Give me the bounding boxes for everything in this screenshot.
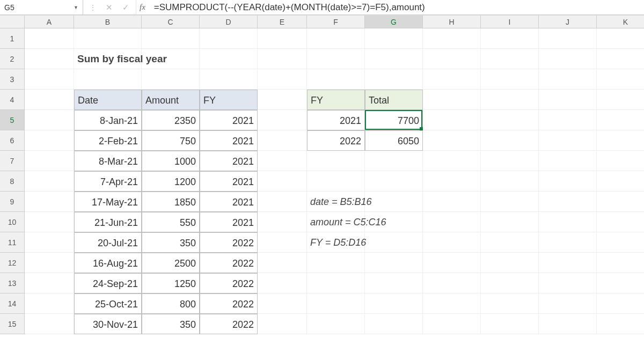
- main-header-amount[interactable]: Amount: [142, 90, 200, 110]
- summary-fy-5[interactable]: 2021: [307, 110, 365, 130]
- col-header-C[interactable]: C: [142, 16, 200, 28]
- main-fy-6[interactable]: 2021: [200, 130, 258, 151]
- summary-fy-6[interactable]: 2022: [307, 130, 365, 151]
- main-date-13[interactable]: 24-Sep-21: [74, 273, 142, 293]
- row-header-15[interactable]: 15: [0, 314, 25, 334]
- name-box[interactable]: G5 ▼: [0, 0, 83, 14]
- main-fy-15[interactable]: 2022: [200, 314, 258, 334]
- row-header-7[interactable]: 7: [0, 151, 25, 171]
- main-date-15[interactable]: 30-Nov-21: [74, 314, 142, 334]
- col-header-A[interactable]: A: [25, 16, 74, 28]
- row-header-11[interactable]: 11: [0, 232, 25, 253]
- row-header-8[interactable]: 8: [0, 171, 25, 192]
- main-fy-9[interactable]: 2021: [200, 192, 258, 212]
- enter-icon[interactable]: ✓: [122, 3, 129, 12]
- main-date-14[interactable]: 25-Oct-21: [74, 293, 142, 314]
- main-date-8[interactable]: 7-Apr-21: [74, 171, 142, 192]
- main-amount-13[interactable]: 1250: [142, 273, 200, 293]
- main-amount-10[interactable]: 550: [142, 212, 200, 232]
- main-amount-6[interactable]: 750: [142, 130, 200, 151]
- name-box-value: G5: [4, 3, 14, 12]
- main-fy-14[interactable]: 2022: [200, 293, 258, 314]
- main-fy-7[interactable]: 2021: [200, 151, 258, 171]
- row-header-6[interactable]: 6: [0, 130, 25, 151]
- main-date-5[interactable]: 8-Jan-21: [74, 110, 142, 130]
- row-headers: 123456789101112131415: [0, 28, 25, 334]
- main-amount-14[interactable]: 800: [142, 293, 200, 314]
- summary-total-6[interactable]: 6050: [365, 130, 423, 151]
- main-fy-8[interactable]: 2021: [200, 171, 258, 192]
- main-date-11[interactable]: 20-Jul-21: [74, 232, 142, 253]
- main-date-6[interactable]: 2-Feb-21: [74, 130, 142, 151]
- select-all-corner[interactable]: [0, 16, 25, 28]
- main-amount-5[interactable]: 2350: [142, 110, 200, 130]
- main-date-9[interactable]: 17-May-21: [74, 192, 142, 212]
- row-header-10[interactable]: 10: [0, 212, 25, 232]
- main-amount-15[interactable]: 350: [142, 314, 200, 334]
- main-header-date[interactable]: Date: [74, 90, 142, 110]
- main-date-12[interactable]: 16-Aug-21: [74, 253, 142, 273]
- formula-bar-buttons: ⋮ ✕ ✓: [83, 0, 136, 14]
- col-header-H[interactable]: H: [423, 16, 481, 28]
- formula-bar: G5 ▼ ⋮ ✕ ✓ fx =SUMPRODUCT(--(YEAR(date)+…: [0, 0, 644, 15]
- column-headers: ABCDEFGHIJK: [25, 16, 644, 28]
- note-date[interactable]: date = B5:B16: [307, 192, 468, 212]
- col-header-K[interactable]: K: [597, 16, 644, 28]
- note-fy[interactable]: FY = D5:D16: [307, 232, 468, 253]
- fx-icon[interactable]: fx: [136, 0, 151, 14]
- col-header-D[interactable]: D: [200, 16, 258, 28]
- summary-total-5[interactable]: 7700: [365, 110, 423, 130]
- main-fy-11[interactable]: 2022: [200, 232, 258, 253]
- row-header-9[interactable]: 9: [0, 192, 25, 212]
- main-amount-9[interactable]: 1850: [142, 192, 200, 212]
- col-header-B[interactable]: B: [74, 16, 142, 28]
- cancel-icon[interactable]: ✕: [106, 3, 113, 12]
- row-header-2[interactable]: 2: [0, 49, 25, 69]
- col-header-J[interactable]: J: [539, 16, 597, 28]
- main-fy-5[interactable]: 2021: [200, 110, 258, 130]
- col-header-E[interactable]: E: [258, 16, 307, 28]
- chevron-down-icon[interactable]: ▼: [74, 5, 78, 10]
- main-amount-11[interactable]: 350: [142, 232, 200, 253]
- main-header-fy[interactable]: FY: [200, 90, 258, 110]
- main-fy-10[interactable]: 2021: [200, 212, 258, 232]
- col-header-I[interactable]: I: [481, 16, 539, 28]
- main-fy-13[interactable]: 2022: [200, 273, 258, 293]
- row-header-13[interactable]: 13: [0, 273, 25, 293]
- main-date-7[interactable]: 8-Mar-21: [74, 151, 142, 171]
- row-header-4[interactable]: 4: [0, 90, 25, 110]
- col-header-G[interactable]: G: [365, 16, 423, 28]
- main-amount-8[interactable]: 1200: [142, 171, 200, 192]
- main-amount-7[interactable]: 1000: [142, 151, 200, 171]
- formula-input[interactable]: =SUMPRODUCT(--(YEAR(date)+(MONTH(date)>=…: [151, 0, 644, 14]
- summary-header-total[interactable]: Total: [365, 90, 423, 110]
- row-header-14[interactable]: 14: [0, 293, 25, 314]
- summary-header-fy[interactable]: FY: [307, 90, 365, 110]
- page-title[interactable]: Sum by fiscal year: [74, 49, 235, 69]
- note-amount[interactable]: amount = C5:C16: [307, 212, 468, 232]
- row-header-5[interactable]: 5: [0, 110, 25, 130]
- more-icon[interactable]: ⋮: [90, 4, 96, 11]
- col-header-F[interactable]: F: [307, 16, 365, 28]
- row-header-1[interactable]: 1: [0, 28, 25, 49]
- main-amount-12[interactable]: 2500: [142, 253, 200, 273]
- row-header-3[interactable]: 3: [0, 69, 25, 90]
- formula-text: =SUMPRODUCT(--(YEAR(date)+(MONTH(date)>=…: [154, 2, 425, 13]
- row-header-12[interactable]: 12: [0, 253, 25, 273]
- spreadsheet-grid[interactable]: ABCDEFGHIJK 123456789101112131415 Sum by…: [0, 15, 644, 338]
- main-fy-12[interactable]: 2022: [200, 253, 258, 273]
- main-date-10[interactable]: 21-Jun-21: [74, 212, 142, 232]
